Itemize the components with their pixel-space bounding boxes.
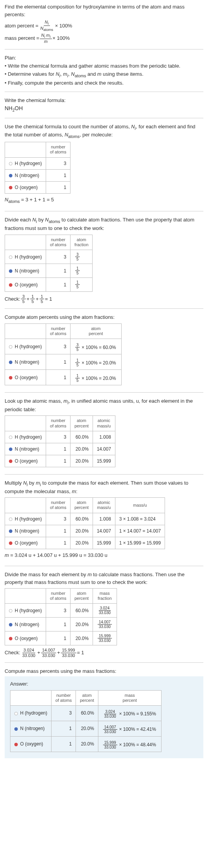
nitrogen-dot-icon <box>9 529 12 533</box>
plan-item: • Write the chemical formula and gather … <box>5 62 203 70</box>
table-header-row: numberof atoms atompercent <box>5 323 122 339</box>
table-header-row: numberof atoms atompercent masspercent <box>10 690 162 705</box>
table-row: H (hydrogen) 3 35× 100% = 60.0% <box>5 339 122 354</box>
oxygen-dot-icon <box>9 460 12 463</box>
table-row: O (oxygen) 1 15 <box>5 278 93 292</box>
atom-count: 3 <box>46 157 70 169</box>
nitrogen-dot-icon <box>9 174 12 177</box>
element-name: O (oxygen) <box>15 185 38 190</box>
answer-label: Answer: <box>10 680 198 688</box>
oxygen-dot-icon <box>9 186 12 189</box>
table-row: H (hydrogen) 3 60.0% 3.02433.030× 100% =… <box>10 705 162 721</box>
mass-percent-formula: mass percent = Ni mi m × 100% <box>5 33 203 44</box>
mass-fraction-section: Divide the mass for each element by m to… <box>5 571 203 663</box>
plan-section: Plan: • Write the chemical formula and g… <box>5 54 203 92</box>
hydrogen-dot-icon <box>9 609 12 613</box>
nitrogen-dot-icon <box>9 269 12 273</box>
oxygen-dot-icon <box>9 541 12 545</box>
oxygen-dot-icon <box>9 637 12 640</box>
nitrogen-dot-icon <box>14 727 18 731</box>
compute-mass-pct-text: Compute mass percents using the mass fra… <box>5 667 203 675</box>
count-atoms-text: Use the chemical formula to count the nu… <box>5 123 203 140</box>
chemical-formula-section: Write the chemical formula: NH2OH <box>5 97 203 118</box>
atom-percent-table: numberof atoms atompercent H (hydrogen) … <box>5 323 122 385</box>
col-number-of-atoms: numberof atoms <box>46 142 70 157</box>
table-row: N (nitrogen) 1 20.0% 14.00733.030 <box>5 618 117 631</box>
table-row: H (hydrogen) 3 60.0% 1.008 <box>5 431 115 443</box>
atomic-mass-table: numberof atoms atompercent atomicmass/u … <box>5 415 115 467</box>
table-header-row: numberof atoms <box>5 142 70 157</box>
table-row: O (oxygen) 1 15× 100% = 20.0% <box>5 370 122 385</box>
atomic-mass-section: Look up the atomic mass, mi, in unified … <box>5 397 203 475</box>
divide-text: Divide each Ni by Natoms to calculate at… <box>5 216 203 232</box>
table-row: O (oxygen) 1 20.0% 15.99933.030 <box>5 631 117 645</box>
molecular-mass-section: Multiply Ni by mi to compute the mass fo… <box>5 479 203 566</box>
plan-item: • Determine values for Ni, mi, Natoms an… <box>5 70 203 79</box>
atom-fraction-table: numberof atoms atomfraction H (hydrogen)… <box>5 235 93 292</box>
table-header-row: numberof atoms atomfraction <box>5 235 93 250</box>
divide-mass-text: Divide the mass for each element by m to… <box>5 571 203 586</box>
element-name: N (nitrogen) <box>15 173 39 178</box>
mass-percent-section: Compute mass percents using the mass fra… <box>5 667 203 763</box>
col-atom-fraction: atomfraction <box>70 235 93 250</box>
multiply-text: Multiply Ni by mi to compute the mass fo… <box>5 479 203 495</box>
table-header-row: numberof atoms atompercent massfraction <box>5 589 117 604</box>
hydrogen-dot-icon <box>9 517 12 521</box>
atom-percent-formula: atom percent = Ni Natoms × 100% <box>5 20 203 32</box>
atom-percent-label: atom percent = <box>5 22 38 30</box>
oxygen-dot-icon <box>9 376 12 380</box>
plan-list: • Write the chemical formula and gather … <box>5 62 203 87</box>
chemical-formula: NH2OH <box>5 104 203 113</box>
plan-item: • Finally, compute the percents and chec… <box>5 79 203 87</box>
intro-text: Find the elemental composition for hydro… <box>5 3 203 18</box>
table-row: O (oxygen) 1 <box>5 181 70 193</box>
element-name: H (hydrogen) <box>15 161 42 166</box>
hydrogen-dot-icon <box>9 162 12 165</box>
table-row: O (oxygen) 1 20.0% 15.999 1 × 15.999 = 1… <box>5 537 165 549</box>
mass-percent-label: mass percent = <box>5 34 39 42</box>
m-equation: m = 3.024 u + 14.007 u + 15.999 u = 33.0… <box>5 551 203 559</box>
atom-fraction-check: Check: 35 + 15 + 15 = 1 <box>5 294 203 304</box>
nitrogen-dot-icon <box>9 361 12 364</box>
table-header-row: numberof atoms atompercent atomicmass/u … <box>5 498 165 513</box>
n-atoms-equation: Natoms = 3 + 1 + 1 = 5 <box>5 196 203 204</box>
table-row: O (oxygen) 1 20.0% 15.999 <box>5 455 115 467</box>
mass-fraction-check: Check: 3.02433.030 + 14.00733.030 + 15.9… <box>5 648 203 657</box>
atom-count: 1 <box>46 181 70 193</box>
mass-calc-table: numberof atoms atompercent atomicmass/u … <box>5 497 165 549</box>
table-row: N (nitrogen) 1 15× 100% = 20.0% <box>5 354 122 370</box>
table-row: H (hydrogen) 3 60.0% 1.008 3 × 1.008 = 3… <box>5 513 165 525</box>
atom-percent-section: Compute atom percents using the atom fra… <box>5 313 203 393</box>
compute-atom-pct-text: Compute atom percents using the atom fra… <box>5 313 203 321</box>
answer-box: Answer: numberof atoms atompercent massp… <box>5 676 203 758</box>
nitrogen-dot-icon <box>9 623 12 626</box>
oxygen-dot-icon <box>14 743 18 746</box>
hydrogen-dot-icon <box>9 345 12 349</box>
hydrogen-dot-icon <box>9 255 12 259</box>
table-row: H (hydrogen) 3 <box>5 157 70 169</box>
table-row: N (nitrogen) 1 20.0% 14.00733.030× 100% … <box>10 721 162 736</box>
atom-count: 1 <box>46 169 70 181</box>
atom-percent-frac: Ni Natoms <box>39 20 54 32</box>
atom-count-table: numberof atoms H (hydrogen) 3 N (nitroge… <box>5 142 70 193</box>
table-row: N (nitrogen) 1 <box>5 169 70 181</box>
answer-table: numberof atoms atompercent masspercent H… <box>10 690 162 752</box>
lookup-mass-text: Look up the atomic mass, mi, in unified … <box>5 397 203 413</box>
table-row: N (nitrogen) 1 20.0% 14.007 <box>5 443 115 455</box>
hydrogen-dot-icon <box>9 436 12 439</box>
table-row: H (hydrogen) 3 60.0% 3.02433.030 <box>5 604 117 618</box>
hydrogen-dot-icon <box>14 712 18 715</box>
atom-fraction-section: Divide each Ni by Natoms to calculate at… <box>5 216 203 309</box>
intro-section: Find the elemental composition for hydro… <box>5 3 203 49</box>
times-100-2: × 100% <box>53 34 70 42</box>
table-row: N (nitrogen) 1 20.0% 14.007 1 × 14.007 =… <box>5 525 165 537</box>
write-formula-label: Write the chemical formula: <box>5 97 203 104</box>
table-header-row: numberof atoms atompercent atomicmass/u <box>5 416 115 431</box>
plan-label: Plan: <box>5 54 203 62</box>
table-row: N (nitrogen) 1 15 <box>5 264 93 278</box>
oxygen-dot-icon <box>9 283 12 287</box>
count-atoms-section: Use the chemical formula to count the nu… <box>5 123 203 212</box>
table-row: H (hydrogen) 3 35 <box>5 250 93 264</box>
table-row: O (oxygen) 1 20.0% 15.99933.030× 100% = … <box>10 736 162 752</box>
mass-percent-frac: Ni mi m <box>40 33 52 44</box>
